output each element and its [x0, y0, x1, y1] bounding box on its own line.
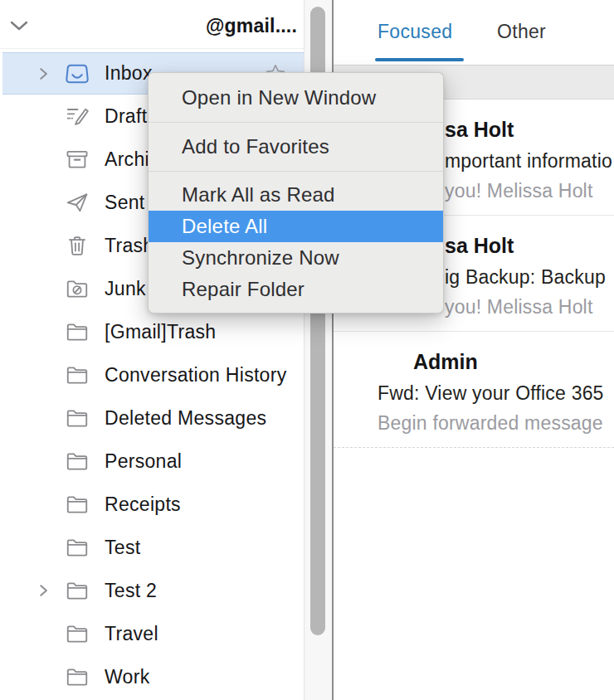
drafts-icon — [65, 104, 90, 129]
sent-icon — [65, 190, 90, 215]
chevron-right-icon[interactable] — [37, 582, 56, 599]
folder-label: Inbox — [105, 62, 153, 85]
menu-separator — [149, 122, 443, 123]
menu-item-repair-folder[interactable]: Repair Folder — [149, 274, 443, 305]
chevron-right-icon — [37, 108, 56, 124]
archive-icon — [65, 147, 90, 172]
menu-item-open-in-new-window[interactable]: Open in New Window — [149, 81, 443, 114]
chevron-right-icon — [37, 410, 56, 426]
menu-item-mark-all-as-read[interactable]: Mark All as Read — [149, 179, 443, 211]
folder-icon — [65, 621, 90, 646]
sidebar-item-test[interactable]: Test — [0, 526, 304, 569]
folder-context-menu: Open in New Window Add to Favorites Mark… — [148, 72, 444, 314]
chevron-right-icon — [37, 539, 56, 556]
active-tab-underline — [375, 58, 464, 61]
sidebar-item-receipts[interactable]: Receipts — [0, 483, 304, 526]
folder-label: Test — [105, 537, 140, 559]
email-subject: Fwd: View your Office 365 — [334, 382, 614, 405]
chevron-right-icon — [37, 280, 56, 297]
sidebar-item-conversation-history[interactable]: Conversation History — [0, 353, 304, 396]
folder-label: Junk — [105, 278, 146, 300]
account-label[interactable]: @gmail.... — [206, 15, 297, 37]
folder-icon — [65, 535, 90, 560]
folder-label: Work — [105, 666, 149, 688]
folder-icon — [65, 449, 90, 474]
chevron-right-icon — [37, 237, 56, 254]
sidebar-item-travel[interactable]: Travel — [0, 612, 304, 655]
folder-label: Receipts — [105, 493, 181, 516]
sidebar-item-work[interactable]: Work — [0, 655, 304, 698]
chevron-down-icon[interactable] — [8, 17, 30, 35]
folder-icon — [65, 578, 90, 603]
junk-icon — [65, 276, 90, 301]
tab-focused[interactable]: Focused — [378, 21, 452, 43]
tab-other[interactable]: Other — [497, 21, 546, 43]
sidebar-item-deleted-messages[interactable]: Deleted Messages — [0, 396, 304, 440]
chevron-right-icon — [37, 625, 56, 642]
folder-label: Travel — [105, 623, 158, 645]
chevron-right-icon — [37, 496, 56, 513]
email-list-item[interactable]: Admin Fwd: View your Office 365 Begin fo… — [334, 332, 614, 448]
folder-icon — [65, 664, 90, 689]
menu-item-add-to-favorites[interactable]: Add to Favorites — [149, 130, 443, 163]
folder-label: Deleted Messages — [105, 407, 266, 430]
sidebar-item-test-2[interactable]: Test 2 — [0, 569, 304, 612]
sidebar-item-personal[interactable]: Personal — [0, 440, 304, 483]
chevron-right-icon — [37, 323, 56, 340]
inbox-tabs: Focused Other — [334, 0, 614, 65]
chevron-right-icon[interactable] — [37, 66, 56, 82]
chevron-right-icon — [37, 194, 56, 211]
folder-icon — [65, 319, 90, 344]
email-preview: Begin forwarded message — [334, 411, 614, 435]
trash-icon — [65, 233, 90, 258]
account-header: @gmail.... — [0, 0, 304, 49]
email-sender: Admin — [334, 350, 614, 373]
chevron-right-icon — [37, 453, 56, 469]
menu-item-delete-all[interactable]: Delete All — [149, 211, 443, 242]
folder-label: Test 2 — [105, 580, 157, 602]
folder-label: [Gmail]Trash — [105, 321, 216, 343]
menu-separator — [149, 171, 443, 172]
menu-item-synchronize-now[interactable]: Synchronize Now — [149, 242, 443, 274]
chevron-right-icon — [37, 668, 56, 685]
folder-label: Sent — [105, 192, 145, 214]
folder-icon — [65, 406, 90, 430]
folder-icon — [65, 362, 90, 387]
folder-label: Conversation History — [105, 364, 286, 386]
folder-label: Personal — [105, 450, 182, 473]
folder-label: Trash — [105, 235, 154, 257]
chevron-right-icon — [37, 151, 56, 168]
folder-icon — [65, 492, 90, 517]
chevron-right-icon — [37, 367, 56, 383]
sidebar-item--gmail-trash[interactable]: [Gmail]Trash — [0, 310, 304, 353]
inbox-icon — [65, 61, 90, 86]
